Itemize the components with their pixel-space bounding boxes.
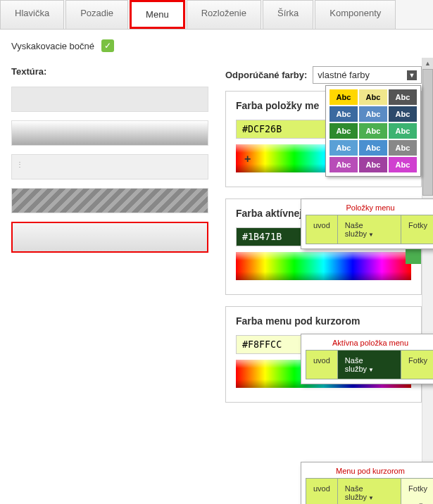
preview-active-title: Aktívna položka menu: [306, 339, 433, 347]
menu-demo-item[interactable]: Fotky: [401, 351, 433, 379]
texture-option-4[interactable]: [11, 188, 208, 213]
color-swatch[interactable]: Abc: [389, 123, 417, 139]
color-swatch[interactable]: Abc: [389, 157, 417, 172]
menu-demo-item[interactable]: uvod: [306, 351, 338, 379]
color-sample-square[interactable]: [406, 247, 421, 264]
preview-hover: Menu pod kurzorom uvod Naše služby▼ Fotk…: [301, 462, 433, 504]
scroll-up-icon[interactable]: ▲: [422, 58, 433, 69]
tab-menu[interactable]: Menu: [130, 0, 185, 29]
color-swatch-panel: AbcAbcAbcAbcAbcAbcAbcAbcAbcAbcAbcAbcAbcA…: [325, 85, 421, 177]
color-swatch[interactable]: Abc: [389, 140, 417, 156]
caret-down-icon: ▼: [368, 367, 374, 373]
hover-color-title: Farba menu pod kurzorom: [236, 315, 411, 327]
menu-demo-item[interactable]: Naše služby▼: [338, 215, 401, 244]
texture-option-1[interactable]: [11, 87, 208, 112]
tab-sirka[interactable]: Šírka: [263, 0, 313, 29]
tab-pozadie[interactable]: Pozadie: [65, 0, 128, 29]
color-swatch[interactable]: Abc: [359, 140, 387, 156]
chevron-down-icon: ▼: [407, 70, 417, 80]
recommended-colors-label: Odporúčané farby:: [225, 70, 307, 80]
popup-side-checkbox[interactable]: ✓: [101, 39, 114, 52]
color-swatch[interactable]: Abc: [330, 106, 358, 122]
scroll-thumb[interactable]: [422, 69, 433, 196]
tab-bar: Hlavička Pozadie Menu Rozloženie Šírka K…: [0, 0, 433, 30]
texture-list: [11, 87, 208, 253]
color-swatch[interactable]: Abc: [330, 89, 358, 105]
preview-active: Aktívna položka menu uvod Naše služby▼ F…: [301, 334, 433, 384]
cursor-icon: ↖: [418, 500, 427, 504]
color-swatch[interactable]: Abc: [359, 157, 387, 172]
tab-komponenty[interactable]: Komponenty: [315, 0, 396, 29]
color-swatch[interactable]: Abc: [330, 140, 358, 156]
active-color-spectrum[interactable]: [236, 252, 411, 280]
texture-option-2[interactable]: [11, 120, 208, 146]
color-swatch[interactable]: Abc: [359, 106, 387, 122]
color-preset-dropdown[interactable]: vlastné farby ▼ AbcAbcAbcAbcAbcAbcAbcAbc…: [313, 66, 422, 84]
texture-option-selected[interactable]: [11, 222, 208, 253]
tab-rozlozenie[interactable]: Rozloženie: [187, 0, 261, 29]
preview-items: Položky menu uvod Naše služby▼ Fotky: [301, 199, 433, 249]
vertical-scrollbar[interactable]: ▲ ▼: [422, 58, 433, 504]
menu-demo-item[interactable]: Fotky: [401, 215, 433, 244]
caret-down-icon: ▼: [368, 232, 374, 238]
content-area: Vyskakovacie bočné ✓ Textúra: Odporúčané…: [0, 30, 433, 504]
preview-items-title: Položky menu: [306, 203, 433, 212]
color-swatch[interactable]: Abc: [330, 157, 358, 172]
caret-down-icon: ▼: [368, 495, 374, 501]
preview-hover-title: Menu pod kurzorom: [306, 467, 433, 475]
tab-hlavicka[interactable]: Hlavička: [0, 0, 64, 29]
dropdown-value: vlastné farby: [318, 70, 370, 80]
color-swatch[interactable]: Abc: [330, 123, 358, 139]
popup-side-label: Vyskakovacie bočné: [11, 41, 94, 51]
menu-demo-item[interactable]: uvod: [306, 479, 338, 504]
texture-label: Textúra:: [11, 66, 208, 77]
menu-demo-item-active[interactable]: Naše služby▼: [338, 351, 401, 379]
menu-demo-item[interactable]: Naše služby▼: [338, 479, 401, 504]
color-swatch[interactable]: Abc: [389, 106, 417, 122]
crosshair-icon: +: [244, 153, 251, 165]
color-swatch[interactable]: Abc: [359, 89, 387, 105]
texture-option-3[interactable]: [11, 154, 208, 179]
menu-demo-item[interactable]: uvod: [306, 215, 338, 244]
color-swatch[interactable]: Abc: [389, 89, 417, 105]
color-swatch[interactable]: Abc: [359, 123, 387, 139]
